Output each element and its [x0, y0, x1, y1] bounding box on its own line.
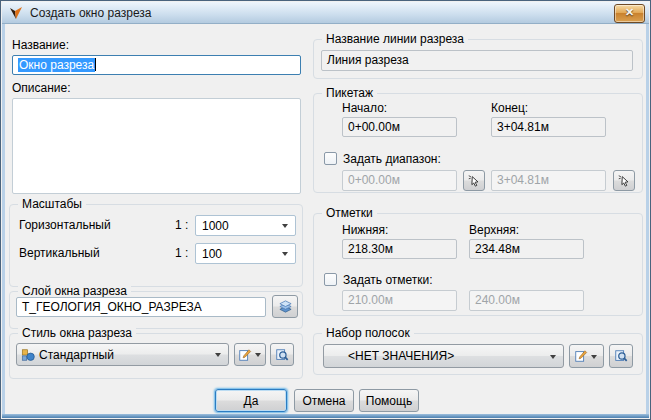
station-range-checkbox[interactable] — [324, 152, 337, 165]
app-icon — [8, 5, 24, 21]
stations-group-caption: Пикетаж — [322, 86, 377, 100]
title-bar[interactable]: Создать окно разреза ✕ — [2, 2, 649, 24]
magnifier-icon — [275, 348, 289, 362]
range-end-pick-button[interactable] — [613, 170, 635, 191]
layer-input[interactable]: Т_ГЕОЛОГИЯ_ОКНО_РАЗРЕЗА — [16, 297, 266, 317]
description-textarea[interactable] — [12, 98, 301, 194]
vertical-scale-label: Вертикальный — [19, 246, 100, 260]
layer-group-caption: Слой окна разреза — [18, 284, 131, 298]
elevations-group-caption: Отметки — [322, 206, 377, 220]
style-group-caption: Стиль окна разреза — [18, 326, 136, 340]
chevron-down-icon — [282, 252, 288, 259]
help-button[interactable]: Помощь — [359, 389, 419, 412]
elevation-set-checkbox[interactable] — [324, 273, 337, 286]
magnifier-icon — [614, 349, 628, 363]
ok-button[interactable]: Да — [215, 389, 287, 412]
create-section-view-dialog: Создать окно разреза ✕ Название: Окно ра… — [0, 0, 651, 420]
horizontal-scale-value: 1000 — [196, 219, 278, 233]
pick-on-screen-icon — [467, 174, 481, 188]
horizontal-scale-combobox[interactable]: 1000 — [195, 215, 296, 236]
elevation-min-label: Нижняя: — [342, 223, 388, 237]
style-icon — [21, 348, 35, 362]
elevation-min-field: 218.30м — [342, 239, 457, 259]
style-edit-button[interactable] — [234, 343, 266, 366]
scales-group-caption: Масштабы — [18, 197, 86, 211]
ok-button-label: Да — [244, 394, 259, 408]
station-end-label: Конец: — [491, 101, 528, 115]
layer-picker-button[interactable] — [272, 295, 298, 318]
vertical-scale-combobox[interactable]: 100 — [195, 243, 296, 264]
window-bottom-edge — [2, 414, 649, 418]
range-start-input[interactable]: 0+00.00м — [342, 170, 457, 191]
cancel-button[interactable]: Отмена — [294, 389, 354, 412]
help-button-label: Помощь — [366, 394, 412, 408]
station-range-checkbox-label: Задать диапазон: — [343, 152, 441, 166]
line-name-group-caption: Название линии разреза — [322, 32, 468, 46]
horizontal-ratio-label: 1 : — [175, 218, 188, 232]
pencil-icon — [238, 348, 252, 362]
horizontal-scale-label: Горизонтальный — [19, 218, 111, 232]
pencil-icon — [574, 349, 588, 363]
name-input[interactable]: Окно разреза — [12, 55, 301, 75]
line-name-field: Линия разреза — [321, 50, 633, 71]
elevation-max-label: Верхняя: — [469, 223, 519, 237]
vertical-scale-value: 100 — [196, 247, 278, 261]
cancel-button-label: Отмена — [302, 394, 345, 408]
selected-text: Окно разреза — [18, 58, 95, 72]
band-set-group-caption: Набор полосок — [322, 326, 414, 340]
vertical-ratio-label: 1 : — [175, 246, 188, 260]
custom-min-input[interactable]: 210.00м — [342, 290, 457, 311]
pick-on-screen-icon — [617, 174, 631, 188]
style-preview-button[interactable] — [270, 343, 294, 366]
style-value: Стандартный — [35, 348, 211, 362]
window-title: Создать окно разреза — [30, 6, 151, 20]
style-combobox[interactable]: Стандартный — [16, 343, 229, 366]
chevron-down-icon — [550, 355, 556, 362]
custom-max-input[interactable]: 240.00м — [469, 290, 584, 311]
station-start-label: Начало: — [342, 101, 387, 115]
chevron-down-icon — [215, 353, 221, 360]
range-end-input[interactable]: 3+04.81м — [491, 170, 606, 191]
chevron-down-icon — [255, 353, 261, 360]
name-label: Название: — [12, 38, 69, 52]
close-button[interactable]: ✕ — [614, 4, 645, 23]
band-set-value: <НЕТ ЗНАЧЕНИЯ> — [324, 349, 546, 363]
text-caret — [95, 58, 96, 71]
layers-icon — [278, 299, 293, 314]
band-set-preview-button[interactable] — [609, 344, 633, 368]
close-icon: ✕ — [625, 6, 634, 18]
range-start-pick-button[interactable] — [463, 170, 485, 191]
band-set-edit-button[interactable] — [569, 344, 604, 368]
elevation-set-checkbox-label: Задать отметки: — [343, 273, 433, 287]
description-label: Описание: — [12, 81, 71, 95]
band-set-combobox[interactable]: <НЕТ ЗНАЧЕНИЯ> — [323, 344, 564, 368]
chevron-down-icon — [282, 224, 288, 231]
station-end-field: 3+04.81м — [491, 117, 606, 137]
chevron-down-icon — [591, 355, 597, 362]
elevation-max-field: 234.48м — [469, 239, 584, 259]
station-start-field: 0+00.00м — [342, 117, 457, 137]
